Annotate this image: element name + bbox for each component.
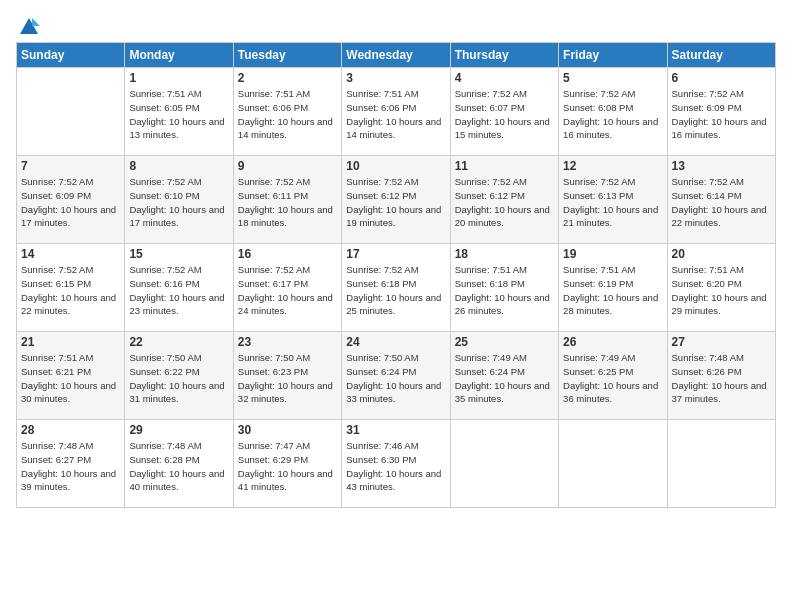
calendar-week-2: 7Sunrise: 7:52 AMSunset: 6:09 PMDaylight… [17, 156, 776, 244]
day-number: 20 [672, 247, 771, 261]
calendar-cell [17, 68, 125, 156]
page-header [16, 16, 776, 34]
day-number: 11 [455, 159, 554, 173]
day-number: 27 [672, 335, 771, 349]
calendar-cell: 24Sunrise: 7:50 AMSunset: 6:24 PMDayligh… [342, 332, 450, 420]
calendar-cell: 29Sunrise: 7:48 AMSunset: 6:28 PMDayligh… [125, 420, 233, 508]
calendar-table: SundayMondayTuesdayWednesdayThursdayFrid… [16, 42, 776, 508]
day-number: 30 [238, 423, 337, 437]
calendar-cell: 12Sunrise: 7:52 AMSunset: 6:13 PMDayligh… [559, 156, 667, 244]
day-number: 9 [238, 159, 337, 173]
calendar-cell [450, 420, 558, 508]
day-number: 15 [129, 247, 228, 261]
day-number: 23 [238, 335, 337, 349]
day-number: 13 [672, 159, 771, 173]
day-info: Sunrise: 7:46 AMSunset: 6:30 PMDaylight:… [346, 439, 445, 494]
day-info: Sunrise: 7:52 AMSunset: 6:15 PMDaylight:… [21, 263, 120, 318]
day-number: 25 [455, 335, 554, 349]
day-header-monday: Monday [125, 43, 233, 68]
day-number: 10 [346, 159, 445, 173]
calendar-cell: 16Sunrise: 7:52 AMSunset: 6:17 PMDayligh… [233, 244, 341, 332]
calendar-cell: 31Sunrise: 7:46 AMSunset: 6:30 PMDayligh… [342, 420, 450, 508]
day-header-sunday: Sunday [17, 43, 125, 68]
day-number: 12 [563, 159, 662, 173]
day-info: Sunrise: 7:52 AMSunset: 6:14 PMDaylight:… [672, 175, 771, 230]
svg-marker-1 [32, 18, 40, 26]
calendar-cell [559, 420, 667, 508]
day-number: 26 [563, 335, 662, 349]
day-number: 3 [346, 71, 445, 85]
calendar-cell: 30Sunrise: 7:47 AMSunset: 6:29 PMDayligh… [233, 420, 341, 508]
day-number: 28 [21, 423, 120, 437]
calendar-cell: 23Sunrise: 7:50 AMSunset: 6:23 PMDayligh… [233, 332, 341, 420]
day-info: Sunrise: 7:51 AMSunset: 6:21 PMDaylight:… [21, 351, 120, 406]
calendar-week-5: 28Sunrise: 7:48 AMSunset: 6:27 PMDayligh… [17, 420, 776, 508]
day-number: 31 [346, 423, 445, 437]
day-number: 21 [21, 335, 120, 349]
logo-icon [18, 16, 40, 38]
calendar-week-1: 1Sunrise: 7:51 AMSunset: 6:05 PMDaylight… [17, 68, 776, 156]
calendar-cell: 21Sunrise: 7:51 AMSunset: 6:21 PMDayligh… [17, 332, 125, 420]
day-info: Sunrise: 7:52 AMSunset: 6:17 PMDaylight:… [238, 263, 337, 318]
day-header-tuesday: Tuesday [233, 43, 341, 68]
day-info: Sunrise: 7:52 AMSunset: 6:12 PMDaylight:… [346, 175, 445, 230]
day-info: Sunrise: 7:50 AMSunset: 6:23 PMDaylight:… [238, 351, 337, 406]
calendar-cell [667, 420, 775, 508]
calendar-cell: 8Sunrise: 7:52 AMSunset: 6:10 PMDaylight… [125, 156, 233, 244]
day-number: 7 [21, 159, 120, 173]
day-number: 5 [563, 71, 662, 85]
calendar-week-3: 14Sunrise: 7:52 AMSunset: 6:15 PMDayligh… [17, 244, 776, 332]
day-info: Sunrise: 7:48 AMSunset: 6:28 PMDaylight:… [129, 439, 228, 494]
calendar-cell: 28Sunrise: 7:48 AMSunset: 6:27 PMDayligh… [17, 420, 125, 508]
day-number: 29 [129, 423, 228, 437]
calendar-cell: 25Sunrise: 7:49 AMSunset: 6:24 PMDayligh… [450, 332, 558, 420]
calendar-cell: 9Sunrise: 7:52 AMSunset: 6:11 PMDaylight… [233, 156, 341, 244]
calendar-cell: 6Sunrise: 7:52 AMSunset: 6:09 PMDaylight… [667, 68, 775, 156]
day-info: Sunrise: 7:52 AMSunset: 6:12 PMDaylight:… [455, 175, 554, 230]
day-info: Sunrise: 7:51 AMSunset: 6:19 PMDaylight:… [563, 263, 662, 318]
calendar-cell: 18Sunrise: 7:51 AMSunset: 6:18 PMDayligh… [450, 244, 558, 332]
day-number: 24 [346, 335, 445, 349]
calendar-cell: 26Sunrise: 7:49 AMSunset: 6:25 PMDayligh… [559, 332, 667, 420]
calendar-header-row: SundayMondayTuesdayWednesdayThursdayFrid… [17, 43, 776, 68]
day-number: 19 [563, 247, 662, 261]
day-info: Sunrise: 7:51 AMSunset: 6:06 PMDaylight:… [346, 87, 445, 142]
day-info: Sunrise: 7:52 AMSunset: 6:09 PMDaylight:… [672, 87, 771, 142]
day-header-thursday: Thursday [450, 43, 558, 68]
day-info: Sunrise: 7:52 AMSunset: 6:10 PMDaylight:… [129, 175, 228, 230]
day-info: Sunrise: 7:52 AMSunset: 6:08 PMDaylight:… [563, 87, 662, 142]
day-info: Sunrise: 7:52 AMSunset: 6:13 PMDaylight:… [563, 175, 662, 230]
day-header-wednesday: Wednesday [342, 43, 450, 68]
day-number: 14 [21, 247, 120, 261]
day-header-friday: Friday [559, 43, 667, 68]
calendar-cell: 4Sunrise: 7:52 AMSunset: 6:07 PMDaylight… [450, 68, 558, 156]
day-info: Sunrise: 7:49 AMSunset: 6:25 PMDaylight:… [563, 351, 662, 406]
day-info: Sunrise: 7:52 AMSunset: 6:18 PMDaylight:… [346, 263, 445, 318]
day-info: Sunrise: 7:52 AMSunset: 6:16 PMDaylight:… [129, 263, 228, 318]
calendar-cell: 3Sunrise: 7:51 AMSunset: 6:06 PMDaylight… [342, 68, 450, 156]
calendar-cell: 5Sunrise: 7:52 AMSunset: 6:08 PMDaylight… [559, 68, 667, 156]
calendar-cell: 27Sunrise: 7:48 AMSunset: 6:26 PMDayligh… [667, 332, 775, 420]
day-number: 18 [455, 247, 554, 261]
calendar-cell: 19Sunrise: 7:51 AMSunset: 6:19 PMDayligh… [559, 244, 667, 332]
calendar-cell: 20Sunrise: 7:51 AMSunset: 6:20 PMDayligh… [667, 244, 775, 332]
day-number: 4 [455, 71, 554, 85]
calendar-cell: 10Sunrise: 7:52 AMSunset: 6:12 PMDayligh… [342, 156, 450, 244]
day-number: 6 [672, 71, 771, 85]
day-number: 22 [129, 335, 228, 349]
day-header-saturday: Saturday [667, 43, 775, 68]
day-info: Sunrise: 7:52 AMSunset: 6:09 PMDaylight:… [21, 175, 120, 230]
logo [16, 16, 40, 34]
day-info: Sunrise: 7:52 AMSunset: 6:11 PMDaylight:… [238, 175, 337, 230]
calendar-cell: 7Sunrise: 7:52 AMSunset: 6:09 PMDaylight… [17, 156, 125, 244]
day-number: 16 [238, 247, 337, 261]
calendar-cell: 22Sunrise: 7:50 AMSunset: 6:22 PMDayligh… [125, 332, 233, 420]
day-info: Sunrise: 7:48 AMSunset: 6:26 PMDaylight:… [672, 351, 771, 406]
calendar-cell: 15Sunrise: 7:52 AMSunset: 6:16 PMDayligh… [125, 244, 233, 332]
calendar-cell: 11Sunrise: 7:52 AMSunset: 6:12 PMDayligh… [450, 156, 558, 244]
calendar-cell: 13Sunrise: 7:52 AMSunset: 6:14 PMDayligh… [667, 156, 775, 244]
calendar-cell: 1Sunrise: 7:51 AMSunset: 6:05 PMDaylight… [125, 68, 233, 156]
calendar-cell: 2Sunrise: 7:51 AMSunset: 6:06 PMDaylight… [233, 68, 341, 156]
day-info: Sunrise: 7:52 AMSunset: 6:07 PMDaylight:… [455, 87, 554, 142]
day-number: 1 [129, 71, 228, 85]
